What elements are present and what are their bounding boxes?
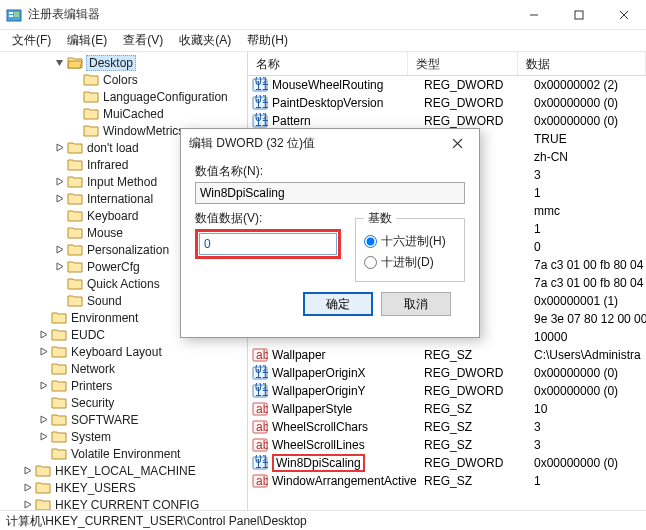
dialog-close-button[interactable] xyxy=(443,129,471,157)
tree-node-label: System xyxy=(70,430,112,444)
cell-data: 7a c3 01 00 fb 80 04 xyxy=(534,276,646,290)
chevron-down-icon[interactable] xyxy=(54,57,65,68)
tree-node-label: MuiCached xyxy=(102,107,165,121)
cell-data: C:\Users\Administra xyxy=(534,348,646,362)
folder-icon xyxy=(35,481,51,494)
tree-node[interactable]: Volatile Environment xyxy=(2,445,247,462)
tree-node[interactable]: HKEY CURRENT CONFIG xyxy=(2,496,247,510)
folder-icon xyxy=(51,362,67,375)
cell-type: REG_DWORD xyxy=(424,78,534,92)
col-data[interactable]: 数据 xyxy=(518,52,646,75)
chevron-right-icon[interactable] xyxy=(22,499,33,510)
statusbar: 计算机\HKEY_CURRENT_USER\Control Panel\Desk… xyxy=(0,510,646,530)
tree-node-label: SOFTWARE xyxy=(70,413,140,427)
binary-icon: 011110 xyxy=(252,383,268,399)
ok-button[interactable]: 确定 xyxy=(303,292,373,316)
tree-node-label: WindowMetrics xyxy=(102,124,185,138)
tree-node[interactable]: Network xyxy=(2,360,247,377)
tree-node[interactable]: Printers xyxy=(2,377,247,394)
chevron-right-icon[interactable] xyxy=(22,465,33,476)
radix-hex-row[interactable]: 十六进制(H) xyxy=(364,231,456,252)
folder-icon xyxy=(83,124,99,137)
minimize-button[interactable] xyxy=(511,0,556,30)
chevron-right-icon[interactable] xyxy=(38,380,49,391)
tree-node[interactable]: HKEY_USERS xyxy=(2,479,247,496)
radix-dec-row[interactable]: 十进制(D) xyxy=(364,252,456,273)
cell-data: 1 xyxy=(534,186,646,200)
list-row[interactable]: 011110PaintDesktopVersionREG_DWORD0x0000… xyxy=(248,94,646,112)
folder-icon xyxy=(67,260,83,273)
list-row[interactable]: 011110WallpaperOriginXREG_DWORD0x0000000… xyxy=(248,364,646,382)
list-row[interactable]: abWheelScrollCharsREG_SZ3 xyxy=(248,418,646,436)
cell-data: 0x00000002 (2) xyxy=(534,78,646,92)
list-row[interactable]: abWheelScrollLinesREG_SZ3 xyxy=(248,436,646,454)
tree-node[interactable]: Desktop xyxy=(2,54,247,71)
cell-type: REG_SZ xyxy=(424,474,534,488)
chevron-right-icon[interactable] xyxy=(22,482,33,493)
folder-icon xyxy=(67,56,83,69)
svg-text:110: 110 xyxy=(255,367,268,381)
tree-node[interactable]: Keyboard Layout xyxy=(2,343,247,360)
radix-dec[interactable] xyxy=(364,256,377,269)
tree-node[interactable]: SOFTWARE xyxy=(2,411,247,428)
cell-data: 3 xyxy=(534,420,646,434)
menu-edit[interactable]: 编辑(E) xyxy=(59,29,115,52)
menu-file[interactable]: 文件(F) xyxy=(4,29,59,52)
menubar: 文件(F) 编辑(E) 查看(V) 收藏夹(A) 帮助(H) xyxy=(0,30,646,52)
list-row[interactable]: abWallpaperREG_SZC:\Users\Administra xyxy=(248,346,646,364)
chevron-right-icon[interactable] xyxy=(54,193,65,204)
col-type[interactable]: 类型 xyxy=(408,52,518,75)
tree-node[interactable]: HKEY_LOCAL_MACHINE xyxy=(2,462,247,479)
list-row[interactable]: 011110Win8DpiScalingREG_DWORD0x00000000 … xyxy=(248,454,646,472)
list-row[interactable]: abWallpaperStyleREG_SZ10 xyxy=(248,400,646,418)
value-data-input[interactable] xyxy=(199,233,337,255)
chevron-right-icon[interactable] xyxy=(54,261,65,272)
chevron-right-icon[interactable] xyxy=(54,142,65,153)
value-name-input[interactable] xyxy=(195,182,465,204)
menu-help[interactable]: 帮助(H) xyxy=(239,29,296,52)
tree-node-label: Colors xyxy=(102,73,139,87)
tree-node[interactable]: LanguageConfiguration xyxy=(2,88,247,105)
cell-data: 10000 xyxy=(534,330,646,344)
chevron-right-icon[interactable] xyxy=(38,431,49,442)
folder-icon xyxy=(51,345,67,358)
maximize-button[interactable] xyxy=(556,0,601,30)
list-row[interactable]: abWindowArrangementActiveREG_SZ1 xyxy=(248,472,646,490)
list-row[interactable]: 011110MouseWheelRoutingREG_DWORD0x000000… xyxy=(248,76,646,94)
cell-type: REG_DWORD xyxy=(424,114,534,128)
list-row[interactable]: 011110WallpaperOriginYREG_DWORD0x0000000… xyxy=(248,382,646,400)
menu-favorites[interactable]: 收藏夹(A) xyxy=(171,29,239,52)
tree-node-label: Desktop xyxy=(86,55,136,71)
chevron-right-icon[interactable] xyxy=(38,346,49,357)
radix-legend: 基数 xyxy=(364,210,396,227)
cell-data: 7a c3 01 00 fb 80 04 xyxy=(534,258,646,272)
chevron-right-icon[interactable] xyxy=(54,244,65,255)
cell-data: 0x00000000 (0) xyxy=(534,384,646,398)
folder-icon xyxy=(35,498,51,510)
col-name[interactable]: 名称 xyxy=(248,52,408,75)
string-icon: ab xyxy=(252,437,268,453)
tree-node[interactable]: System xyxy=(2,428,247,445)
chevron-right-icon[interactable] xyxy=(54,176,65,187)
svg-text:110: 110 xyxy=(255,115,268,129)
tree-node[interactable]: MuiCached xyxy=(2,105,247,122)
chevron-right-icon[interactable] xyxy=(38,414,49,425)
tree-node-label: EUDC xyxy=(70,328,106,342)
chevron-right-icon[interactable] xyxy=(38,329,49,340)
radix-hex[interactable] xyxy=(364,235,377,248)
menu-view[interactable]: 查看(V) xyxy=(115,29,171,52)
tree-node-label: Volatile Environment xyxy=(70,447,181,461)
svg-text:ab: ab xyxy=(256,474,268,488)
cancel-button[interactable]: 取消 xyxy=(381,292,451,316)
close-button[interactable] xyxy=(601,0,646,30)
string-icon: ab xyxy=(252,419,268,435)
edit-dword-dialog: 编辑 DWORD (32 位)值 数值名称(N): 数值数据(V): 基数 xyxy=(180,128,480,338)
folder-icon xyxy=(83,73,99,86)
svg-text:110: 110 xyxy=(255,97,268,111)
cell-type: REG_DWORD xyxy=(424,384,534,398)
tree-node-label: LanguageConfiguration xyxy=(102,90,229,104)
tree-node[interactable]: Security xyxy=(2,394,247,411)
tree-node[interactable]: Colors xyxy=(2,71,247,88)
folder-icon xyxy=(51,430,67,443)
app-icon xyxy=(6,7,22,23)
